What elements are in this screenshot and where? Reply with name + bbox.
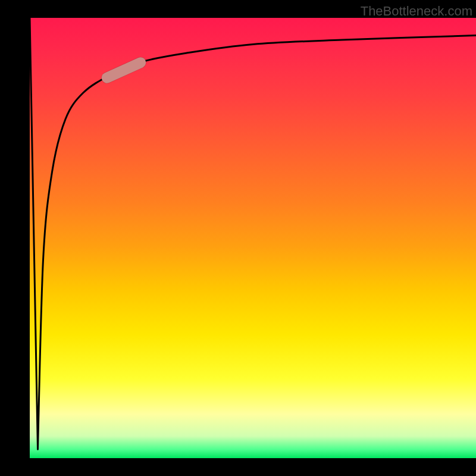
chart-plot-area <box>30 18 476 458</box>
chart-curve <box>30 18 476 458</box>
attribution-watermark: TheBottleneck.com <box>361 4 472 19</box>
